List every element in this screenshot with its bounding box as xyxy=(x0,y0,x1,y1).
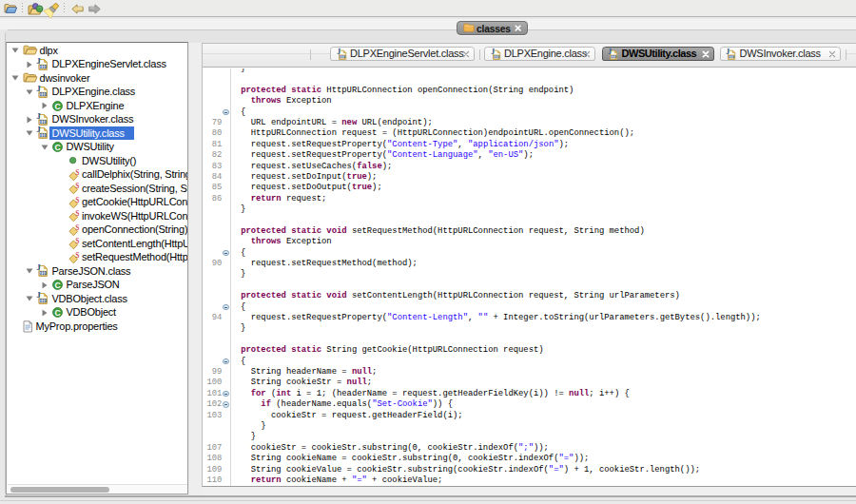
svg-text:010: 010 xyxy=(39,271,47,276)
svg-text:010: 010 xyxy=(39,133,47,138)
svg-text:C: C xyxy=(55,281,61,290)
svg-text:010: 010 xyxy=(493,54,499,59)
svg-text:S: S xyxy=(75,183,79,191)
svg-text:010: 010 xyxy=(39,65,47,69)
svg-text:C: C xyxy=(55,308,61,318)
svg-text:S: S xyxy=(75,196,79,204)
svg-text:010: 010 xyxy=(611,54,617,59)
svg-text:010: 010 xyxy=(39,120,47,125)
svg-text:S: S xyxy=(75,238,79,246)
svg-text:010: 010 xyxy=(39,92,47,97)
svg-text:S: S xyxy=(75,168,79,177)
svg-text:S: S xyxy=(75,223,79,232)
svg-text:C: C xyxy=(55,101,61,110)
svg-text:S: S xyxy=(75,251,79,260)
svg-text:C: C xyxy=(55,143,61,152)
svg-text:010: 010 xyxy=(339,54,345,59)
svg-text:010: 010 xyxy=(729,54,735,59)
svg-text:010: 010 xyxy=(39,299,47,303)
svg-text:S: S xyxy=(75,210,79,219)
